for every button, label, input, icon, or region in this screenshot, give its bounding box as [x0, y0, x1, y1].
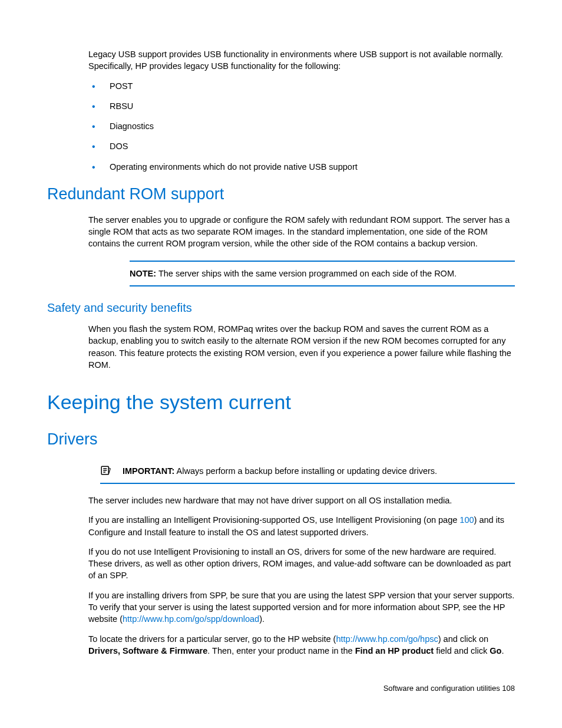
note-text: The server ships with the same version p… [156, 269, 457, 278]
note-box: NOTE: The server ships with the same ver… [130, 261, 515, 286]
heading-redundant-rom: Redundant ROM support [47, 183, 515, 206]
paragraph: The server includes new hardware that ma… [88, 495, 515, 506]
page-link[interactable]: 100 [459, 515, 474, 525]
heading-drivers: Drivers [47, 429, 515, 451]
text: ) and click on [438, 634, 488, 644]
text: . Then, enter your product name in the [207, 646, 355, 655]
list-item: Operating environments which do not prov… [88, 161, 515, 173]
text: To locate the drivers for a particular s… [88, 634, 336, 644]
important-text-wrap: IMPORTANT: Always perform a backup befor… [123, 465, 437, 477]
intro-paragraph: Legacy USB support provides USB function… [88, 48, 515, 73]
paragraph: If you do not use Intelligent Provisioni… [88, 546, 515, 582]
important-box: IMPORTANT: Always perform a backup befor… [100, 459, 515, 484]
heading-keeping-system-current: Keeping the system current [47, 388, 515, 417]
bold-text: Find an HP product [355, 646, 434, 655]
list-item: DOS [88, 140, 515, 152]
list-item: RBSU [88, 100, 515, 112]
text: If you are installing an Intelligent Pro… [88, 515, 459, 525]
note-label: NOTE: [130, 269, 156, 278]
bullet-list: POST RBSU Diagnostics DOS Operating envi… [88, 80, 515, 173]
page-footer: Software and configuration utilities 108 [384, 683, 515, 694]
heading-safety-security: Safety and security benefits [47, 299, 515, 316]
list-item: POST [88, 80, 515, 92]
list-item: Diagnostics [88, 120, 515, 132]
bold-text: Drivers, Software & Firmware [88, 646, 207, 655]
bold-text: Go [490, 646, 501, 655]
paragraph: To locate the drivers for a particular s… [88, 633, 515, 657]
paragraph: If you are installing an Intelligent Pro… [88, 514, 515, 538]
paragraph: The server enables you to upgrade or con… [88, 214, 515, 250]
text: ). [259, 614, 265, 624]
url-link[interactable]: http://www.hp.com/go/hpsc [336, 634, 438, 644]
text: . [501, 646, 504, 655]
paragraph: If you are installing drivers from SPP, … [88, 589, 515, 625]
url-link[interactable]: http://www.hp.com/go/spp/download [123, 614, 259, 624]
important-icon [100, 465, 111, 476]
important-label: IMPORTANT: [123, 466, 174, 476]
important-text: Always perform a backup before installin… [174, 466, 437, 476]
text: field and click [434, 646, 490, 655]
paragraph: When you flash the system ROM, ROMPaq wr… [88, 323, 515, 371]
